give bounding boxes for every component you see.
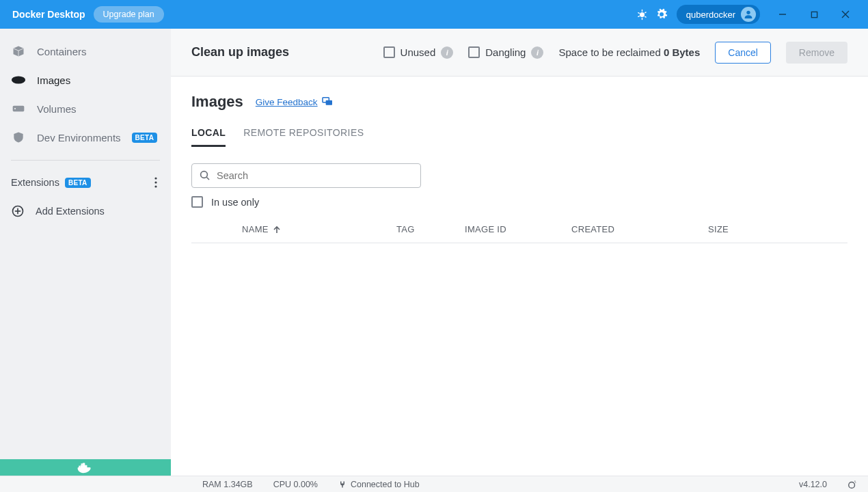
status-hub[interactable]: Connected to Hub [338,480,420,489]
sidebar-item-label: Images [37,74,70,86]
svg-rect-19 [83,463,85,465]
give-feedback-link[interactable]: Give Feedback [256,97,333,107]
reclaim-text: Space to be reclaimed 0 Bytes [558,46,700,58]
info-icon[interactable]: i [531,46,543,59]
remove-button: Remove [786,42,847,64]
statusbar: RAM 1.34GB CPU 0.00% Connected to Hub v4… [0,476,868,492]
sidebar-item-label: Dev Environments [37,132,121,144]
sidebar-item-label: Containers [37,46,87,57]
reclaim-value: 0 Bytes [664,46,700,58]
page-title: Images [191,93,243,111]
dangling-checkbox[interactable] [468,46,480,58]
tabs: LOCAL REMOTE REPOSITORIES [191,123,847,147]
sidebar: Containers Images Volumes Dev Environmen… [0,29,171,476]
svg-line-23 [206,177,209,180]
status-cpu: CPU 0.00% [273,480,318,489]
in-use-label: In use only [211,197,259,208]
volumes-icon [11,101,26,116]
column-tag[interactable]: TAG [396,224,465,234]
svg-point-25 [849,482,855,488]
window-maximize-button[interactable] [798,0,830,29]
tab-remote-repositories[interactable]: REMOTE REPOSITORIES [243,123,364,147]
docker-status-bar[interactable] [0,459,171,476]
in-use-filter[interactable]: In use only [191,196,847,208]
tab-local[interactable]: LOCAL [191,123,226,147]
titlebar: Docker Desktop Upgrade plan quberdocker [0,0,868,29]
column-image-id[interactable]: IMAGE ID [465,224,571,234]
add-extensions-label: Add Extensions [36,206,105,217]
gear-icon[interactable] [652,5,671,24]
search-input-container[interactable] [191,163,421,188]
status-ram: RAM 1.34GB [202,480,253,489]
cleanup-title: Clean up images [191,45,289,59]
extensions-header: Extensions BETA [0,169,171,196]
plug-icon [338,480,347,489]
in-use-checkbox[interactable] [191,196,203,208]
svg-point-8 [14,108,16,109]
dangling-label: Dangling [485,46,526,58]
user-menu[interactable]: quberdocker [677,5,760,24]
sort-asc-icon [273,226,281,234]
sidebar-separator [11,160,160,161]
sidebar-item-dev-environments[interactable]: Dev Environments BETA [0,123,171,152]
main: Clean up images Unused i Dangling i Spac… [171,29,868,476]
search-input[interactable] [217,170,413,181]
extensions-menu-button[interactable] [152,174,160,191]
username-label: quberdocker [686,10,735,20]
svg-rect-17 [83,466,85,467]
svg-point-22 [201,172,208,178]
avatar-icon [741,7,756,22]
svg-rect-3 [811,12,817,17]
window-minimize-button[interactable] [767,0,798,29]
dev-environments-icon [11,130,26,145]
svg-point-9 [154,177,157,179]
beta-badge: BETA [132,133,158,143]
upgrade-plan-button[interactable]: Upgrade plan [94,6,164,23]
svg-point-0 [640,12,645,16]
svg-rect-15 [79,466,80,467]
info-icon[interactable]: i [441,46,453,59]
feedback-label: Give Feedback [256,97,318,107]
cleanup-toolbar: Clean up images Unused i Dangling i Spac… [171,29,868,77]
containers-icon [11,44,26,59]
cancel-button[interactable]: Cancel [715,42,771,64]
unused-filter[interactable]: Unused i [383,46,454,59]
whale-icon [77,461,94,474]
svg-point-6 [12,77,25,84]
sidebar-item-label: Volumes [37,103,77,115]
column-created[interactable]: CREATED [571,224,708,234]
feedback-icon [322,97,333,107]
dangling-filter[interactable]: Dangling i [468,46,543,59]
svg-rect-16 [81,466,83,467]
column-size[interactable]: SIZE [708,224,763,234]
notifications-icon[interactable] [847,480,857,489]
table-header: NAME TAG IMAGE ID CREATED SIZE [191,212,847,243]
add-extensions-button[interactable]: Add Extensions [0,196,171,226]
extensions-label: Extensions [11,177,59,188]
unused-label: Unused [401,46,436,58]
sidebar-item-containers[interactable]: Containers [0,37,171,66]
unused-checkbox[interactable] [383,46,395,58]
beta-badge: BETA [65,178,91,188]
sidebar-item-images[interactable]: Images [0,66,171,94]
column-name[interactable]: NAME [191,224,396,234]
svg-point-10 [154,181,157,183]
status-version: v4.12.0 [799,480,827,489]
svg-rect-18 [81,463,83,465]
images-icon [11,72,26,87]
svg-point-11 [154,185,157,187]
content: Images Give Feedback LOCAL REMOTE REPOSI… [171,77,868,243]
svg-rect-21 [325,100,331,105]
app-title: Docker Desktop [12,9,85,20]
window-close-button[interactable] [830,0,861,29]
svg-point-1 [746,11,750,14]
sidebar-item-volumes[interactable]: Volumes [0,94,171,123]
add-icon [11,204,25,218]
bug-icon[interactable] [633,5,652,24]
search-icon [199,169,211,182]
